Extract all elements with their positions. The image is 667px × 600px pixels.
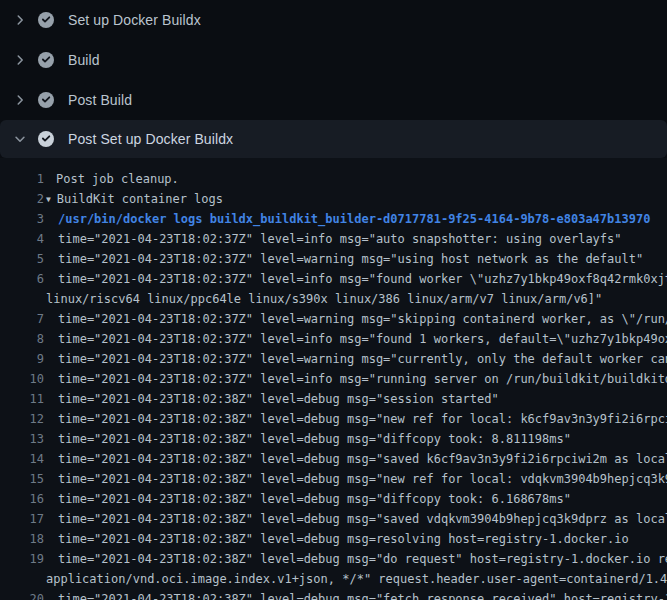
line-number[interactable]: 10 <box>0 369 44 389</box>
line-number[interactable]: 3 <box>0 209 44 229</box>
check-circle-icon <box>38 52 54 68</box>
log-line: linux/riscv64 linux/ppc64le linux/s390x … <box>0 289 667 309</box>
log-line: 11 time="2021-04-23T18:02:38Z" level=deb… <box>0 389 667 409</box>
step-label: Build <box>68 52 100 68</box>
step-row-build[interactable]: Build <box>0 40 667 80</box>
check-circle-icon <box>38 131 54 147</box>
line-text: time="2021-04-23T18:02:38Z" level=debug … <box>44 429 571 449</box>
log-line: 19 time="2021-04-23T18:02:38Z" level=deb… <box>0 549 667 569</box>
line-number[interactable]: 9 <box>0 349 44 369</box>
line-number[interactable]: 16 <box>0 489 44 509</box>
line-number[interactable]: 13 <box>0 429 44 449</box>
line-number[interactable]: 11 <box>0 389 44 409</box>
line-text: time="2021-04-23T18:02:37Z" level=info m… <box>44 229 622 249</box>
line-text: time="2021-04-23T18:02:37Z" level=info m… <box>44 269 667 289</box>
line-text: time="2021-04-23T18:02:38Z" level=debug … <box>44 449 667 469</box>
step-row-post-set-up-docker-buildx[interactable]: Post Set up Docker Buildx <box>0 120 667 158</box>
check-circle-icon <box>38 12 54 28</box>
line-text: time="2021-04-23T18:02:38Z" level=debug … <box>44 589 667 600</box>
line-number[interactable]: 4 <box>0 229 44 249</box>
log-line: 4 time="2021-04-23T18:02:37Z" level=info… <box>0 229 667 249</box>
log-line: 2 ▼BuildKit container logs <box>0 189 667 209</box>
line-text: time="2021-04-23T18:02:38Z" level=debug … <box>44 389 499 409</box>
check-circle-icon <box>38 92 54 108</box>
step-label: Set up Docker Buildx <box>68 12 201 28</box>
log-line: 20 time="2021-04-23T18:02:38Z" level=deb… <box>0 589 667 600</box>
line-number[interactable]: 1 <box>0 169 44 189</box>
line-text: time="2021-04-23T18:02:37Z" level=warnin… <box>44 309 667 329</box>
triangle-down-icon: ▼ <box>46 190 51 210</box>
line-number[interactable]: 5 <box>0 249 44 269</box>
line-number[interactable]: 6 <box>0 269 44 289</box>
line-text: application/vnd.oci.image.index.v1+json,… <box>44 569 667 589</box>
line-number <box>0 569 44 589</box>
line-text: time="2021-04-23T18:02:38Z" level=debug … <box>44 549 667 569</box>
line-text: time="2021-04-23T18:02:38Z" level=debug … <box>44 469 667 489</box>
line-number[interactable]: 19 <box>0 549 44 569</box>
line-number[interactable]: 8 <box>0 329 44 349</box>
line-text: time="2021-04-23T18:02:38Z" level=debug … <box>44 409 667 429</box>
step-label: Post Set up Docker Buildx <box>68 131 233 147</box>
line-text: time="2021-04-23T18:02:38Z" level=debug … <box>44 489 571 509</box>
line-number <box>0 289 44 309</box>
line-text: time="2021-04-23T18:02:37Z" level=warnin… <box>44 349 667 369</box>
line-text[interactable]: ▼BuildKit container logs <box>44 189 223 209</box>
log-area: 1 Post job cleanup. 2 ▼BuildKit containe… <box>0 158 667 600</box>
line-text: time="2021-04-23T18:02:37Z" level=info m… <box>44 329 667 349</box>
line-number[interactable]: 15 <box>0 469 44 489</box>
log-line: 15 time="2021-04-23T18:02:38Z" level=deb… <box>0 469 667 489</box>
line-text: Post job cleanup. <box>44 169 179 189</box>
line-number[interactable]: 18 <box>0 529 44 549</box>
line-text: time="2021-04-23T18:02:37Z" level=warnin… <box>44 249 643 269</box>
step-list: Set up Docker Buildx Build Post Build Po… <box>0 0 667 158</box>
line-text: time="2021-04-23T18:02:38Z" level=debug … <box>44 509 667 529</box>
line-number[interactable]: 14 <box>0 449 44 469</box>
line-text: time="2021-04-23T18:02:38Z" level=debug … <box>44 529 629 549</box>
log-line: application/vnd.oci.image.index.v1+json,… <box>0 569 667 589</box>
log-line: 17 time="2021-04-23T18:02:38Z" level=deb… <box>0 509 667 529</box>
step-row-post-build[interactable]: Post Build <box>0 80 667 120</box>
line-text: /usr/bin/docker logs buildx_buildkit_bui… <box>44 209 650 229</box>
chevron-right-icon <box>12 12 28 28</box>
line-text: linux/riscv64 linux/ppc64le linux/s390x … <box>44 289 602 309</box>
log-line: 16 time="2021-04-23T18:02:38Z" level=deb… <box>0 489 667 509</box>
line-number[interactable]: 2 <box>0 189 44 209</box>
chevron-right-icon <box>12 92 28 108</box>
log-line: 14 time="2021-04-23T18:02:38Z" level=deb… <box>0 449 667 469</box>
log-line: 8 time="2021-04-23T18:02:37Z" level=info… <box>0 329 667 349</box>
log-line: 7 time="2021-04-23T18:02:37Z" level=warn… <box>0 309 667 329</box>
log-line: 13 time="2021-04-23T18:02:38Z" level=deb… <box>0 429 667 449</box>
step-row-set-up-docker-buildx[interactable]: Set up Docker Buildx <box>0 0 667 40</box>
log-line: 18 time="2021-04-23T18:02:38Z" level=deb… <box>0 529 667 549</box>
line-number[interactable]: 12 <box>0 409 44 429</box>
step-label: Post Build <box>68 92 132 108</box>
log-line: 9 time="2021-04-23T18:02:37Z" level=warn… <box>0 349 667 369</box>
log-line: 10 time="2021-04-23T18:02:37Z" level=inf… <box>0 369 667 389</box>
log-line: 5 time="2021-04-23T18:02:37Z" level=warn… <box>0 249 667 269</box>
line-number[interactable]: 7 <box>0 309 44 329</box>
chevron-down-icon <box>12 131 28 147</box>
line-number[interactable]: 17 <box>0 509 44 529</box>
log-line: 12 time="2021-04-23T18:02:38Z" level=deb… <box>0 409 667 429</box>
log-line: 1 Post job cleanup. <box>0 169 667 189</box>
log-line: 3 /usr/bin/docker logs buildx_buildkit_b… <box>0 209 667 229</box>
line-text: time="2021-04-23T18:02:37Z" level=info m… <box>44 369 667 389</box>
chevron-right-icon <box>12 52 28 68</box>
log-line: 6 time="2021-04-23T18:02:37Z" level=info… <box>0 269 667 289</box>
line-number[interactable]: 20 <box>0 589 44 600</box>
